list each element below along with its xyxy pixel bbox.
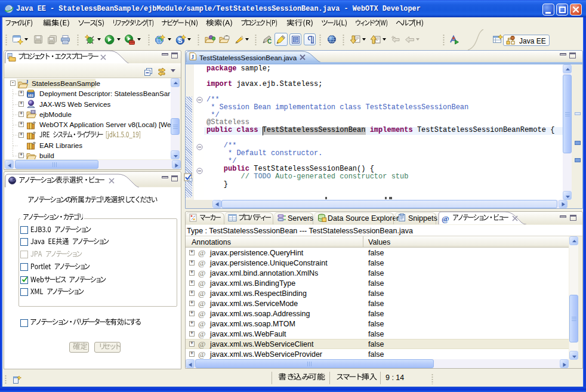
svg-text:J: J	[191, 54, 194, 60]
svg-text:J: J	[26, 79, 28, 85]
svg-text:3.0: 3.0	[29, 94, 33, 97]
svg-text:C: C	[267, 38, 272, 45]
